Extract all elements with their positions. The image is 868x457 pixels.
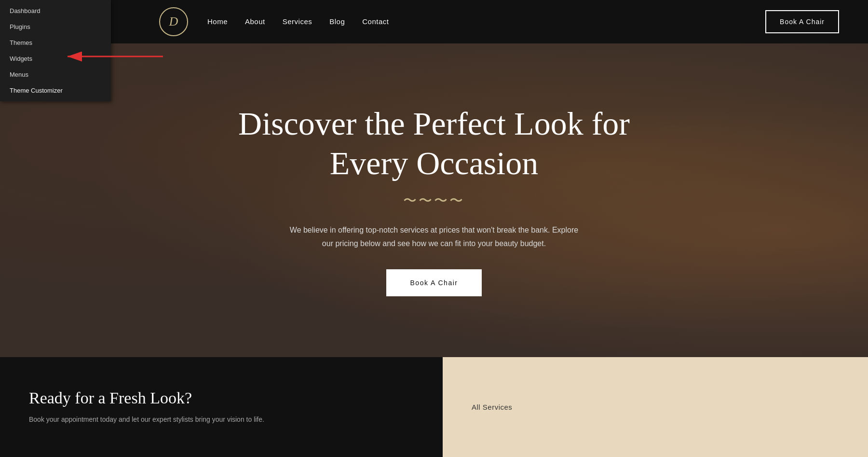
menu-item-plugins[interactable]: Plugins — [0, 19, 111, 35]
navbar: D Home About Services Blog Contact Book … — [0, 0, 868, 43]
nav-book-button[interactable]: Book A Chair — [765, 10, 839, 33]
menu-item-dashboard[interactable]: Dashboard — [0, 3, 111, 19]
nav-home[interactable]: Home — [207, 17, 228, 26]
hero-title: Discover the Perfect Look for Every Occa… — [238, 104, 630, 183]
all-services-label[interactable]: All Services — [472, 403, 512, 411]
hero-book-button[interactable]: Book A Chair — [386, 269, 482, 296]
nav-links: Home About Services Blog Contact — [207, 17, 389, 26]
nav-contact[interactable]: Contact — [362, 17, 389, 26]
menu-item-themes[interactable]: Themes — [0, 35, 111, 51]
bottom-heading: Ready for a Fresh Look? — [29, 389, 414, 407]
dropdown-menu: Dashboard Plugins Themes Widgets Menus T… — [0, 0, 111, 101]
nav-blog[interactable]: Blog — [329, 17, 345, 26]
hero-squiggle: 〜〜〜〜 — [238, 192, 630, 210]
bottom-section: Ready for a Fresh Look? Book your appoin… — [0, 357, 868, 457]
hero-section: Discover the Perfect Look for Every Occa… — [0, 43, 868, 357]
hero-title-line1: Discover the Perfect Look for — [238, 105, 630, 142]
menu-item-widgets[interactable]: Widgets — [0, 51, 111, 67]
menu-item-menus[interactable]: Menus — [0, 67, 111, 83]
menu-item-theme-customizer[interactable]: Theme Customizer — [0, 83, 111, 98]
hero-title-line2: Every Occasion — [330, 145, 538, 181]
bottom-right: All Services — [443, 357, 868, 457]
bottom-left: Ready for a Fresh Look? Book your appoin… — [0, 357, 443, 457]
bottom-text: Book your appointment today and let our … — [29, 414, 414, 425]
hero-subtitle: We believe in offering top-notch service… — [289, 223, 579, 249]
nav-services[interactable]: Services — [283, 17, 312, 26]
logo[interactable]: D — [159, 7, 188, 36]
hero-content: Discover the Perfect Look for Every Occa… — [219, 104, 649, 296]
nav-about[interactable]: About — [245, 17, 265, 26]
